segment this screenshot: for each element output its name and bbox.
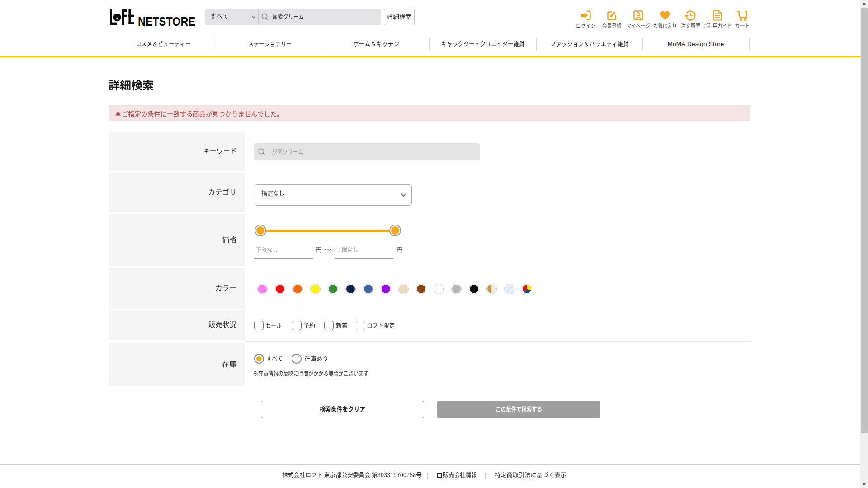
svg-text:NETSTORE: NETSTORE	[138, 15, 195, 27]
